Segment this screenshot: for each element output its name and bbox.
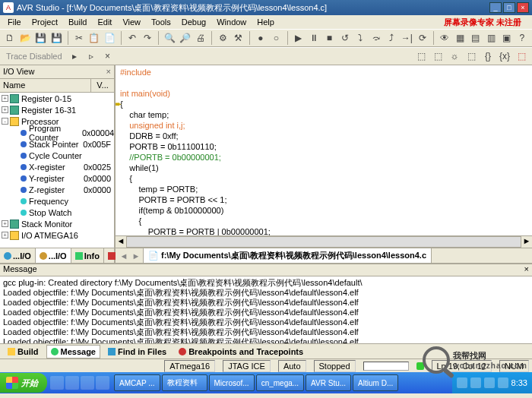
saveall-icon[interactable]: 💾 [49, 30, 63, 46]
undo-icon[interactable]: ↶ [125, 30, 138, 46]
task-button[interactable]: Microsof... [209, 374, 255, 391]
task-button[interactable]: AVR Stu... [306, 374, 351, 391]
task-button[interactable]: 教程资料 [162, 374, 207, 391]
ql-icon[interactable] [65, 376, 79, 390]
db-btn2-icon[interactable]: ⬚ [430, 49, 445, 64]
menu-file[interactable]: File [3, 16, 26, 28]
pause-icon[interactable]: ⏸ [307, 30, 321, 46]
trace-close-icon[interactable]: × [100, 49, 116, 64]
step-into-icon[interactable]: ⤵ [353, 30, 367, 46]
redo-icon[interactable]: ↷ [141, 30, 154, 46]
tree-row[interactable]: Stop Watch [0, 207, 114, 218]
tree-row[interactable]: Cycle Counter [0, 150, 114, 161]
col-name[interactable]: Name [0, 79, 91, 92]
io-tree[interactable]: +Register 0-15+Register 16-31-ProcessorP… [0, 93, 114, 248]
menu-build[interactable]: Build [64, 16, 91, 28]
code-scrollbar[interactable]: ◄► [116, 235, 532, 248]
task-button[interactable]: cn_mega... [256, 374, 304, 391]
io-view-close-icon[interactable]: × [106, 67, 111, 77]
menu-tools[interactable]: Tools [147, 16, 176, 28]
auto-step-icon[interactable]: ⟳ [415, 30, 429, 46]
remove-bp-icon[interactable]: ○ [269, 30, 283, 46]
tab-build[interactable]: Build [3, 345, 43, 359]
db-btn4-icon[interactable]: ⬚ [464, 49, 479, 64]
tray-icon[interactable] [470, 377, 481, 388]
run-cursor-icon[interactable]: →| [400, 30, 413, 46]
code-editor[interactable]: #include int main(void)➨{ char temp; uns… [116, 65, 532, 235]
trace-btn2-icon[interactable]: ▹ [84, 49, 99, 64]
tray-icon[interactable] [457, 377, 467, 388]
tab-message[interactable]: Message [46, 345, 100, 359]
registers-icon[interactable]: ▦ [453, 30, 467, 46]
step-over-icon[interactable]: ⤼ [369, 30, 382, 46]
run-icon[interactable]: ▶ [291, 30, 305, 46]
tab-prev-icon[interactable]: ◄ [119, 251, 129, 261]
tree-row[interactable]: Program Counter0x00004 [0, 127, 114, 138]
col-value[interactable]: V... [91, 79, 114, 92]
paste-icon[interactable]: 📄 [103, 30, 116, 46]
menu-edit[interactable]: Edit [93, 16, 116, 28]
tree-row[interactable]: Y-register0x0000 [0, 172, 114, 184]
tree-row[interactable]: X-register0x0025 [0, 161, 114, 172]
tree-row[interactable]: Z-register0x0000 [0, 184, 114, 195]
status-caps: NUM [499, 360, 529, 372]
db-btn6-icon[interactable]: {x} [497, 49, 512, 64]
file-tab[interactable]: 📄 f:\My Documents\桌面\教程资料\视频教程示例代码\lesso… [143, 248, 432, 264]
io-icon[interactable]: ▣ [499, 30, 513, 46]
start-button[interactable]: 开始 [0, 373, 47, 393]
tab-next-icon[interactable]: ► [131, 251, 141, 261]
reset-icon[interactable]: ↺ [338, 30, 352, 46]
copy-icon[interactable]: 📋 [87, 30, 101, 46]
build-icon[interactable]: ⚙ [216, 30, 230, 46]
db-btn7-icon[interactable]: ⬚ [514, 49, 529, 64]
menu-help[interactable]: Help [252, 16, 279, 28]
cut-icon[interactable]: ✂ [71, 30, 85, 46]
save-icon[interactable]: 💾 [34, 30, 48, 46]
minimize-button[interactable]: _ [489, 2, 502, 13]
ql-icon[interactable] [50, 376, 64, 390]
tab-breakpoints[interactable]: Breakpoints and Tracepoints [174, 345, 308, 359]
ql-icon[interactable] [81, 376, 94, 390]
stop-icon[interactable]: ■ [322, 30, 336, 46]
ql-icon[interactable] [96, 376, 109, 390]
tab-info[interactable]: Info [71, 248, 104, 263]
menu-window[interactable]: Window [212, 16, 251, 28]
step-out-icon[interactable]: ⤴ [385, 30, 398, 46]
watch-icon[interactable]: 👁 [438, 30, 451, 46]
disasm-icon[interactable]: ▥ [484, 30, 498, 46]
maximize-button[interactable]: □ [503, 2, 515, 13]
toggle-bp-icon[interactable]: ● [254, 30, 268, 46]
trace-btn1-icon[interactable]: ▸ [67, 49, 82, 64]
tree-row[interactable]: +Register 0-15 [0, 93, 114, 104]
help-icon[interactable]: ? [515, 30, 529, 46]
menu-project[interactable]: Project [27, 16, 62, 28]
menu-debug[interactable]: Debug [177, 16, 211, 28]
tree-row[interactable]: Stack Pointer0x005F [0, 138, 114, 150]
task-button[interactable]: Altium D... [353, 374, 398, 391]
tree-row[interactable]: Frequency [0, 195, 114, 207]
find-icon[interactable]: 🔍 [163, 30, 176, 46]
tree-row[interactable]: +I/O ATMEGA16 [0, 229, 114, 241]
open-icon[interactable]: 📂 [18, 30, 32, 46]
system-tray[interactable]: 8:33 [452, 372, 532, 393]
menu-view[interactable]: View [118, 16, 145, 28]
tab-io2[interactable]: ...I/O [36, 248, 71, 263]
replace-icon[interactable]: 🔎 [178, 30, 192, 46]
print-icon[interactable]: 🖨 [194, 30, 207, 46]
tree-row[interactable]: +Register 16-31 [0, 104, 114, 115]
db-btn5-icon[interactable]: {} [480, 49, 496, 64]
task-button[interactable]: AMCAP ... [114, 374, 160, 391]
message-close-icon[interactable]: × [524, 264, 529, 276]
new-icon[interactable]: 🗋 [3, 30, 17, 46]
tab-find[interactable]: Find in Files [103, 345, 171, 359]
close-button[interactable]: × [517, 2, 529, 13]
compile-icon[interactable]: ⚒ [232, 30, 245, 46]
memory-icon[interactable]: ▤ [468, 30, 482, 46]
tree-row[interactable]: +Stack Monitor [0, 218, 114, 229]
message-list[interactable]: gcc plug-in: Created directory f:\My Doc… [0, 276, 532, 343]
db-btn-icon[interactable]: ⬚ [413, 49, 429, 64]
db-btn3-icon[interactable]: ☼ [447, 49, 462, 64]
tab-io1[interactable]: ...I/O [0, 248, 36, 263]
tray-icon[interactable] [484, 377, 495, 388]
tray-icon[interactable] [498, 377, 508, 388]
